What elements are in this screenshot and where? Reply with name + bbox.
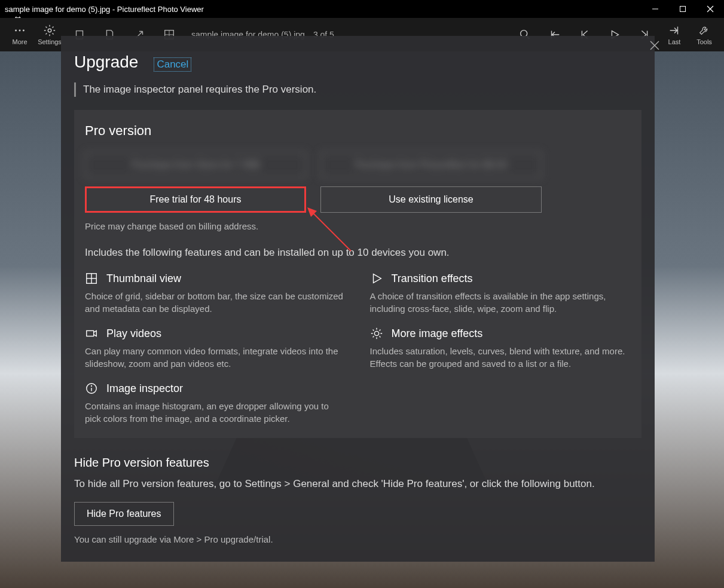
close-button[interactable]	[696, 0, 724, 18]
gear-icon	[43, 24, 56, 37]
svg-point-24	[374, 331, 378, 335]
hide-features-button[interactable]: Hide Pro features	[74, 502, 174, 526]
hide-heading: Hide Pro version features	[74, 456, 641, 470]
price-note: Price may change based on billing addres…	[85, 221, 631, 231]
use-license-button[interactable]: Use existing license	[320, 186, 542, 213]
pro-heading: Pro version	[85, 123, 631, 139]
more-button[interactable]: More	[5, 18, 35, 51]
hide-text: To hide all Pro version features, go to …	[74, 478, 641, 490]
free-trial-button[interactable]: Free trial for 48 hours	[85, 186, 306, 213]
video-icon	[85, 327, 98, 340]
features-intro: Includes the following features and can …	[85, 247, 631, 259]
window-controls	[641, 0, 724, 18]
settings-button[interactable]: Settings	[35, 18, 65, 51]
window-title: sample image for demo (5).jpg - Picturef…	[5, 5, 641, 14]
title-bar: sample image for demo (5).jpg - Picturef…	[0, 0, 724, 18]
prompt-text: The image inspector panel requires the P…	[83, 84, 316, 96]
ellipsis-icon	[13, 24, 26, 37]
feature-video: Play videos Can play many common video f…	[85, 327, 346, 370]
svg-rect-23	[87, 330, 94, 336]
purchase-direct-button[interactable]: Purchase from Pictureflect for $6.50	[320, 152, 542, 178]
prompt-accent	[74, 82, 76, 97]
svg-rect-1	[680, 7, 686, 12]
hide-section: Hide Pro version features To hide all Pr…	[61, 456, 655, 562]
tools-button[interactable]: Tools	[689, 18, 719, 51]
feature-thumbnail: Thumbnail view Choice of grid, sidebar o…	[85, 272, 346, 315]
play-icon	[370, 272, 383, 285]
wrench-icon	[698, 24, 711, 37]
grid-icon	[85, 272, 98, 285]
svg-point-7	[48, 29, 51, 32]
brightness-icon	[370, 327, 383, 340]
dialog-title: Upgrade	[74, 53, 138, 72]
cancel-link[interactable]: Cancel	[154, 57, 191, 72]
svg-point-5	[19, 30, 21, 32]
svg-point-4	[15, 30, 17, 32]
upgrade-dialog: Upgrade Cancel The image inspector panel…	[61, 36, 655, 562]
svg-point-6	[23, 30, 25, 32]
feature-inspector: Image inspector Contains an image histog…	[85, 382, 346, 425]
last-button[interactable]: Last	[659, 18, 689, 51]
purchase-store-button[interactable]: Purchase from Store for 7.99$	[85, 152, 306, 178]
pro-section: Pro version Purchase from Store for 7.99…	[74, 110, 641, 438]
feature-transition: Transition effects A choice of transitio…	[370, 272, 631, 315]
hide-note: You can still upgrade via More > Pro upg…	[74, 534, 641, 544]
dialog-close-button[interactable]	[650, 41, 659, 53]
info-icon	[85, 382, 98, 395]
svg-point-27	[91, 385, 92, 386]
maximize-button[interactable]	[669, 0, 696, 18]
minimize-button[interactable]	[641, 0, 669, 18]
feature-effects: More image effects Includes saturation, …	[370, 327, 631, 370]
last-icon	[668, 24, 681, 37]
